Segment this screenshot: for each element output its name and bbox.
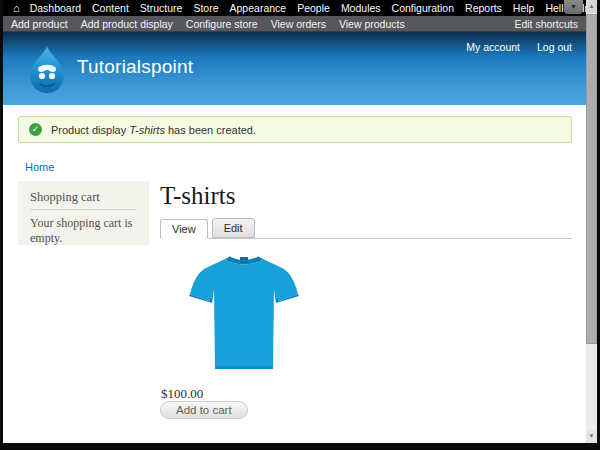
status-ok-icon: ✓ [29,123,42,136]
scrollbar-thumb[interactable] [586,14,597,344]
cart-block-title: Shopping cart [30,190,137,210]
shortcut-view-orders[interactable]: View orders [271,18,326,30]
shortcut-configure-store[interactable]: Configure store [186,18,258,30]
primary-tabs: View Edit [160,220,572,239]
add-to-cart-button[interactable]: Add to cart [160,401,248,419]
scroll-up-icon[interactable]: ▲ [586,0,597,13]
drupal-logo-icon[interactable] [27,45,67,95]
main-content: ✓ Product display T-shirts has been crea… [3,105,586,443]
toolbar-collapse-button[interactable]: ▾ [564,0,583,14]
page-title: T-shirts [160,182,235,210]
tab-edit[interactable]: Edit [212,218,255,238]
status-message-text: Product display T-shirts has been create… [51,124,256,136]
edit-shortcuts-link[interactable]: Edit shortcuts [514,18,578,30]
shortcut-add-product[interactable]: Add product [11,18,68,30]
chevron-down-icon: ▾ [571,2,575,11]
scroll-down-icon[interactable]: ▼ [586,430,597,443]
secondary-menu: My account Log out [452,41,572,53]
toolbar-item-content[interactable]: Content [92,2,129,14]
toolbar-item-modules[interactable]: Modules [341,2,381,14]
toolbar-item-configuration[interactable]: Configuration [392,2,454,14]
toolbar-item-structure[interactable]: Structure [140,2,183,14]
vertical-scrollbar[interactable]: ▲ ▼ [586,0,597,443]
browser-viewport: ⌂ Dashboard Content Structure Store Appe… [3,0,586,443]
product-price: $100.00 [161,386,203,402]
shortcut-view-products[interactable]: View products [339,18,405,30]
toolbar-item-appearance[interactable]: Appearance [230,2,287,14]
breadcrumb: Home [25,161,54,173]
breadcrumb-home-link[interactable]: Home [25,161,54,173]
toolbar-item-dashboard[interactable]: Dashboard [30,2,81,14]
tab-view[interactable]: View [160,219,208,239]
shortcuts-bar: Add product Add product display Configur… [3,16,586,32]
header-logout-link[interactable]: Log out [537,41,572,53]
site-header: My account Log out Tutorialspoint [3,32,586,105]
shopping-cart-block: Shopping cart Your shopping cart is empt… [18,181,149,245]
toolbar-item-people[interactable]: People [297,2,330,14]
status-message: ✓ Product display T-shirts has been crea… [18,116,572,143]
window-frame: ⌂ Dashboard Content Structure Store Appe… [0,0,600,450]
cart-empty-text: Your shopping cart is empty. [30,216,137,246]
site-name[interactable]: Tutorialspoint [77,56,193,78]
home-icon[interactable]: ⌂ [13,1,20,15]
toolbar-item-help[interactable]: Help [513,2,535,14]
shortcut-add-product-display[interactable]: Add product display [81,18,173,30]
my-account-link[interactable]: My account [466,41,520,53]
admin-toolbar: ⌂ Dashboard Content Structure Store Appe… [3,0,586,16]
toolbar-item-reports[interactable]: Reports [465,2,502,14]
status-product-name: T-shirts [129,124,165,136]
product-image-tshirt[interactable] [185,251,303,379]
toolbar-item-store[interactable]: Store [193,2,218,14]
